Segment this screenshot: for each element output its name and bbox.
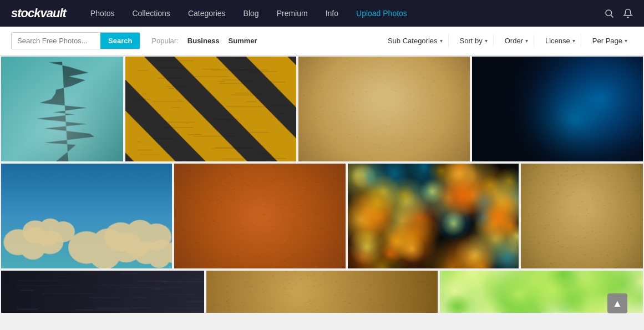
nav-collections[interactable]: Collections <box>124 0 178 27</box>
photo-canvas-blue-smoke <box>472 57 643 161</box>
svg-line-1 <box>611 15 613 17</box>
svg-point-0 <box>606 10 612 16</box>
photo-canvas-clouds <box>1 164 172 268</box>
chevron-down-icon: ▾ <box>485 38 488 44</box>
photo-canvas-bokeh <box>348 164 519 268</box>
nav-info[interactable]: Info <box>318 0 346 27</box>
photo-cell[interactable] <box>347 163 520 270</box>
photo-grid <box>0 55 644 314</box>
notification-icon[interactable] <box>623 8 633 18</box>
license-filter[interactable]: License ▾ <box>540 34 581 47</box>
per-page-label: Per Page <box>592 37 622 45</box>
photo-cell[interactable] <box>0 270 205 314</box>
nav-blog[interactable]: Blog <box>236 0 267 27</box>
sort-by-filter[interactable]: Sort by ▾ <box>454 34 494 47</box>
photo-canvas-misty-tree <box>1 57 123 161</box>
nav-categories[interactable]: Categories <box>180 0 234 27</box>
photo-cell[interactable] <box>0 163 173 270</box>
photo-canvas-grunge-orange <box>174 164 345 268</box>
search-box: Search <box>11 32 140 49</box>
chevron-down-icon: ▾ <box>440 38 443 44</box>
photo-cell[interactable] <box>205 270 439 314</box>
nav-icons <box>604 8 633 18</box>
popular-label: Popular: <box>151 37 178 45</box>
nav-upload[interactable]: Upload Photos <box>348 0 415 27</box>
popular-summer[interactable]: Summer <box>229 37 257 45</box>
toolbar: Search Popular: Business Summer Sub Cate… <box>0 27 644 55</box>
logo[interactable]: stockvault <box>11 6 66 21</box>
nav-premium[interactable]: Premium <box>269 0 316 27</box>
sub-categories-label: Sub Categories <box>388 37 438 45</box>
license-label: License <box>545 37 570 45</box>
popular-business[interactable]: Business <box>187 37 220 45</box>
navbar: stockvault Photos Collections Categories… <box>0 0 644 27</box>
search-input[interactable] <box>12 33 100 48</box>
photo-row <box>0 55 644 163</box>
per-page-filter[interactable]: Per Page ▾ <box>587 34 633 47</box>
photo-cell[interactable] <box>0 55 124 163</box>
nav-links: Photos Collections Categories Blog Premi… <box>83 0 604 27</box>
photo-canvas-yellow-stripes <box>125 57 296 161</box>
photo-canvas-grunge-tan <box>521 164 643 268</box>
photo-cell[interactable] <box>124 55 297 163</box>
search-icon[interactable] <box>604 8 614 18</box>
photo-row <box>0 270 644 314</box>
photo-row <box>0 163 644 270</box>
photo-cell[interactable] <box>520 163 644 270</box>
chevron-down-icon: ▾ <box>525 38 528 44</box>
photo-canvas-grunge-beige <box>298 57 469 161</box>
search-button[interactable]: Search <box>100 33 140 49</box>
photo-canvas-dark <box>1 271 204 313</box>
photo-cell[interactable] <box>297 55 470 163</box>
order-filter[interactable]: Order ▾ <box>499 34 534 47</box>
sort-by-label: Sort by <box>460 37 483 45</box>
photo-canvas-warm-grunge <box>206 271 438 313</box>
chevron-down-icon: ▾ <box>572 38 575 44</box>
chevron-down-icon: ▾ <box>625 38 627 44</box>
order-label: Order <box>505 37 523 45</box>
scroll-top-button[interactable]: ▲ <box>607 293 627 313</box>
photo-cell[interactable] <box>471 55 644 163</box>
photo-cell[interactable] <box>173 163 346 270</box>
nav-photos[interactable]: Photos <box>83 0 123 27</box>
sub-categories-filter[interactable]: Sub Categories ▾ <box>382 34 449 47</box>
